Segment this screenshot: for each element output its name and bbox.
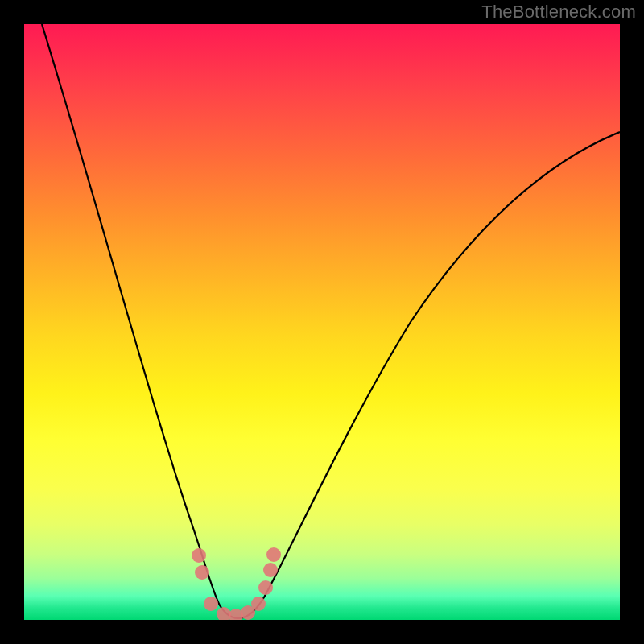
plot-area bbox=[24, 24, 620, 620]
svg-point-0 bbox=[192, 548, 206, 563]
svg-point-2 bbox=[204, 597, 218, 611]
watermark-text: TheBottleneck.com bbox=[481, 2, 636, 23]
svg-point-6 bbox=[251, 597, 266, 611]
svg-point-9 bbox=[266, 547, 281, 562]
highlight-dots bbox=[192, 547, 281, 620]
svg-point-1 bbox=[195, 565, 209, 580]
curve-svg bbox=[24, 24, 620, 620]
chart-frame: TheBottleneck.com bbox=[0, 0, 644, 644]
bottleneck-curve bbox=[42, 24, 620, 618]
svg-point-7 bbox=[258, 580, 273, 595]
svg-point-3 bbox=[217, 607, 231, 620]
svg-point-8 bbox=[263, 563, 278, 577]
